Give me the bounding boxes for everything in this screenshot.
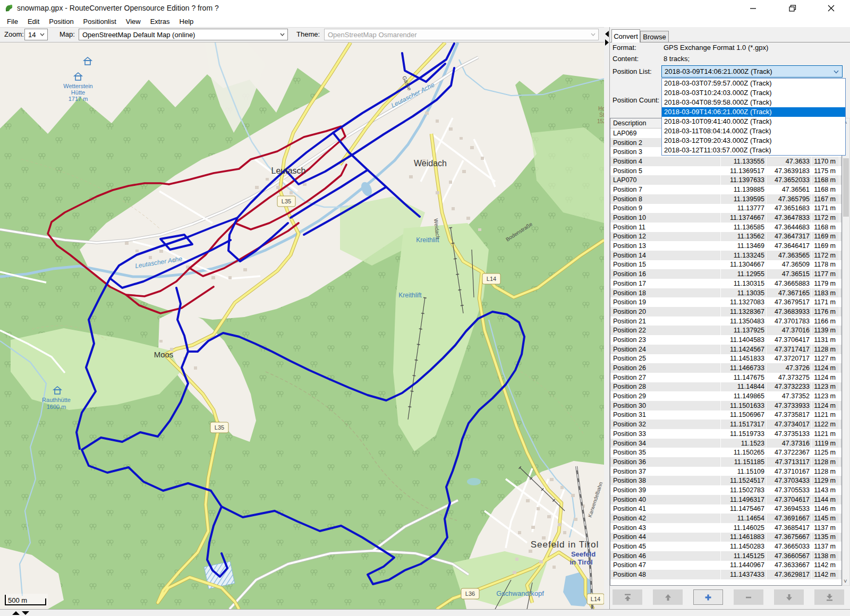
restore-button[interactable] xyxy=(780,0,805,16)
add-position-button[interactable] xyxy=(693,589,723,605)
dropdown-option[interactable]: 2018-03-03T10:24:03.000Z (Track) xyxy=(662,88,845,98)
table-row[interactable]: Position 1211.1356247.36473171169 m xyxy=(610,232,842,242)
table-row[interactable]: Position 3211.151731747.37340171122 m xyxy=(610,420,842,429)
tab-convert[interactable]: Convert xyxy=(611,29,640,42)
table-row[interactable]: Position 4411.146188347.36756671135 m xyxy=(610,533,842,542)
minimize-button[interactable] xyxy=(741,0,765,16)
zoom-select[interactable]: 14 xyxy=(24,29,48,40)
table-row[interactable]: Position 4711.144096747.36336671142 m xyxy=(610,561,842,570)
menu-help[interactable]: Help xyxy=(175,16,199,27)
table-row[interactable]: Position 4311.14602547.36854171137 m xyxy=(610,523,842,533)
table-scrollbar[interactable]: ˄ ˅ xyxy=(842,118,850,586)
table-row[interactable]: Position 1711.13031547.36658831179 m xyxy=(610,279,842,288)
table-row[interactable]: Position 4011.149631747.37046171144 m xyxy=(610,495,842,504)
table-cell: 11.1517317 xyxy=(721,420,767,429)
table-row[interactable]: Position 2411.142456747.37174171128 m xyxy=(610,345,842,354)
menu-positionlist[interactable]: Positionlist xyxy=(79,16,121,27)
table-row[interactable]: Position 811.13959547.3657951167 m xyxy=(610,194,842,204)
table-row[interactable]: Position 3411.152347.373161119 m xyxy=(610,439,842,448)
table-cell: 1129 m xyxy=(812,476,839,485)
close-button[interactable] xyxy=(819,0,843,16)
table-row[interactable]: Position 4111.147546747.36945331146 m xyxy=(610,504,842,514)
table-cell: 47.3646417 xyxy=(767,241,812,251)
table-cell: 47.37316 xyxy=(767,439,812,448)
table-row[interactable]: LAP07011.139763347.36520331168 m xyxy=(610,175,842,185)
table-row[interactable]: Position 2311.140458347.37064171131 m xyxy=(610,335,842,345)
table-cell: 1177 m xyxy=(812,269,839,279)
svg-text:Hütte: Hütte xyxy=(71,89,85,96)
table-cell: 47.36561 xyxy=(767,185,812,194)
dropdown-option[interactable]: 2018-03-11T08:04:14.000Z (Track) xyxy=(662,126,845,136)
table-cell: 11.1440967 xyxy=(721,561,767,570)
svg-text:152: 152 xyxy=(597,118,604,124)
table-row[interactable]: Position 2711.14767547.3732751124 m xyxy=(610,373,842,382)
menu-extras[interactable]: Extras xyxy=(146,16,175,27)
table-row[interactable]: Position 2811.1484447.37322331123 m xyxy=(610,382,842,392)
table-row[interactable]: Position 4811.143743347.36298171142 m xyxy=(610,570,842,579)
table-row[interactable]: Position 3911.150278347.37055331143 m xyxy=(610,485,842,495)
menu-edit[interactable]: Edit xyxy=(23,16,44,27)
zoom-label: Zoom: xyxy=(4,30,24,38)
dropdown-option[interactable]: 2018-03-09T14:06:21.000Z (Track) xyxy=(662,107,845,117)
table-row[interactable]: Position 1511.130466747.365091178 m xyxy=(610,260,842,270)
table-row[interactable]: Position 1611.1295547.365151177 m xyxy=(610,269,842,279)
position-list-select[interactable]: 2018-03-09T14:06:21.000Z (Track) xyxy=(661,65,843,78)
table-row[interactable]: Position 2011.132836747.36839331176 m xyxy=(610,307,842,316)
move-down-button[interactable] xyxy=(774,589,804,605)
table-row[interactable]: Position 3611.15118547.37131171128 m xyxy=(610,457,842,467)
table-cell: 1175 m xyxy=(812,166,839,176)
title-bar[interactable]: snowmap.gpx - RouteConverter Opensource … xyxy=(0,0,850,16)
table-row[interactable]: Position 1411.13324547.3635651172 m xyxy=(610,251,842,260)
table-cell: 1128 m xyxy=(812,467,839,476)
tab-browse[interactable]: Browse xyxy=(640,31,669,42)
table-row[interactable]: Position 1811.1303547.3671651183 m xyxy=(610,288,842,298)
table-row[interactable]: Position 2211.13792547.370161139 m xyxy=(610,326,842,335)
table-row[interactable]: Position 1011.137466747.36478331172 m xyxy=(610,213,842,223)
table-row[interactable]: Position 911.1377747.36516831171 m xyxy=(610,204,842,213)
table-row[interactable]: Position 1911.132708347.36795171171 m xyxy=(610,297,842,307)
content-label: Content: xyxy=(613,55,639,63)
table-cell: 1123 m xyxy=(812,391,839,401)
dropdown-option[interactable]: 2018-03-03T07:59:57.000Z (Track) xyxy=(662,79,845,88)
vertical-splitter[interactable] xyxy=(604,27,609,609)
table-cell: 11.1451833 xyxy=(721,354,767,364)
remove-position-button[interactable] xyxy=(734,589,763,605)
table-row[interactable]: Position 2611.146673347.37261124 m xyxy=(610,363,842,373)
move-up-button[interactable] xyxy=(653,589,683,605)
table-row[interactable]: Position 2511.145183347.37207171127 m xyxy=(610,354,842,364)
menu-position[interactable]: Position xyxy=(44,16,78,27)
map-select[interactable]: OpenStreetMap Default Map (online) xyxy=(79,29,288,40)
table-cell: Position 4 xyxy=(610,157,721,166)
scrollbar-thumb[interactable] xyxy=(843,158,849,217)
table-cell: 1166 m xyxy=(812,316,839,326)
table-row[interactable]: Position 2111.135048347.37017831166 m xyxy=(610,316,842,326)
table-row[interactable]: Position 4611.14512547.36605671138 m xyxy=(610,551,842,561)
table-row[interactable]: Position 411.13355547.36331170 m xyxy=(610,157,842,166)
table-cell: 11.1397633 xyxy=(721,175,767,185)
dropdown-option[interactable]: 2018-03-04T08:59:58.000Z (Track) xyxy=(662,98,845,107)
move-to-bottom-button[interactable] xyxy=(814,589,844,605)
table-row[interactable]: Position 3511.15026547.37223671125 m xyxy=(610,448,842,457)
bottom-splitter[interactable] xyxy=(0,609,850,616)
table-row[interactable]: Position 1111.13658547.36446831168 m xyxy=(610,223,842,232)
table-row[interactable]: Position 3711.1510947.37101671128 m xyxy=(610,467,842,476)
table-row[interactable]: Position 511.136951747.36391831175 m xyxy=(610,166,842,176)
table-row[interactable]: Position 2911.14986547.373521123 m xyxy=(610,391,842,401)
theme-select[interactable]: OpenStreetMap Osmarender xyxy=(324,29,599,40)
table-row[interactable]: Position 3311.151973347.37351331121 m xyxy=(610,429,842,439)
dropdown-option[interactable]: 2018-03-12T09:20:43.000Z (Track) xyxy=(662,136,845,146)
map-view[interactable]: L35 L35 L14 L14 L36 Wetterstein Hütte 17… xyxy=(0,42,604,609)
move-to-top-button[interactable] xyxy=(613,589,642,605)
table-row[interactable]: Position 711.13988547.365611168 m xyxy=(610,185,842,194)
table-cell: 1121 m xyxy=(812,429,839,439)
table-row[interactable]: Position 1311.1346947.36464171169 m xyxy=(610,241,842,251)
dropdown-option[interactable]: 2018-03-12T11:03:57.000Z (Track) xyxy=(662,146,845,155)
table-row[interactable]: Position 4511.145028347.36650331137 m xyxy=(610,542,842,551)
table-row[interactable]: Position 4211.1465447.36916671145 m xyxy=(610,514,842,523)
dropdown-option[interactable]: 2018-03-10T09:41:40.000Z (Track) xyxy=(662,117,845,126)
table-row[interactable]: Position 3111.150696747.37358171121 m xyxy=(610,410,842,420)
menu-file[interactable]: File xyxy=(2,16,23,27)
table-row[interactable]: Position 3811.152451747.37034331129 m xyxy=(610,476,842,485)
menu-view[interactable]: View xyxy=(121,16,146,27)
table-row[interactable]: Position 3011.150163347.37339331124 m xyxy=(610,401,842,410)
